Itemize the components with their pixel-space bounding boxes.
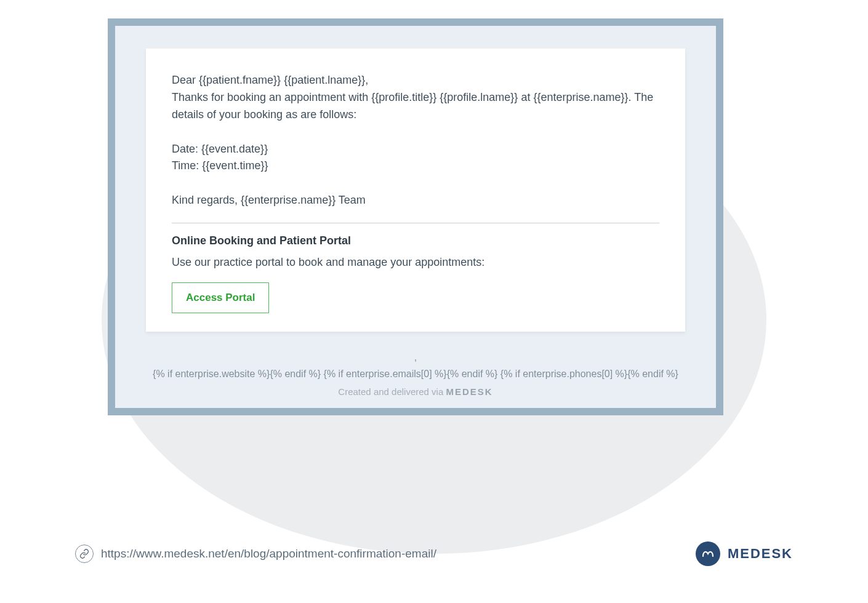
source-url-group: https://www.medesk.net/en/blog/appointme… bbox=[75, 545, 436, 563]
source-bar: https://www.medesk.net/en/blog/appointme… bbox=[75, 541, 793, 566]
delivered-brand: MEDESK bbox=[446, 386, 492, 397]
portal-section-text: Use our practice portal to book and mana… bbox=[172, 256, 659, 269]
link-icon bbox=[75, 545, 94, 563]
footer-line-1: , bbox=[146, 349, 685, 365]
footer-line-2: {% if enterprise.website %}{% endif %} {… bbox=[146, 365, 685, 382]
email-body-text: Dear {{patient.fname}} {{patient.lname}}… bbox=[172, 72, 659, 209]
brand-logo: MEDESK bbox=[696, 541, 793, 566]
delivered-prefix: Created and delivered via bbox=[338, 386, 446, 397]
delivered-via: Created and delivered via MEDESK bbox=[146, 386, 685, 397]
brand-name: MEDESK bbox=[728, 546, 793, 562]
brand-badge-icon bbox=[696, 541, 720, 566]
access-portal-button[interactable]: Access Portal bbox=[172, 282, 269, 313]
template-footer: , {% if enterprise.website %}{% endif %}… bbox=[146, 349, 685, 382]
email-preview-card: Dear {{patient.fname}} {{patient.lname}}… bbox=[146, 47, 685, 332]
portal-section-heading: Online Booking and Patient Portal bbox=[172, 234, 659, 247]
section-divider bbox=[172, 223, 659, 223]
email-template-frame: Dear {{patient.fname}} {{patient.lname}}… bbox=[108, 18, 723, 415]
source-url: https://www.medesk.net/en/blog/appointme… bbox=[101, 547, 436, 561]
